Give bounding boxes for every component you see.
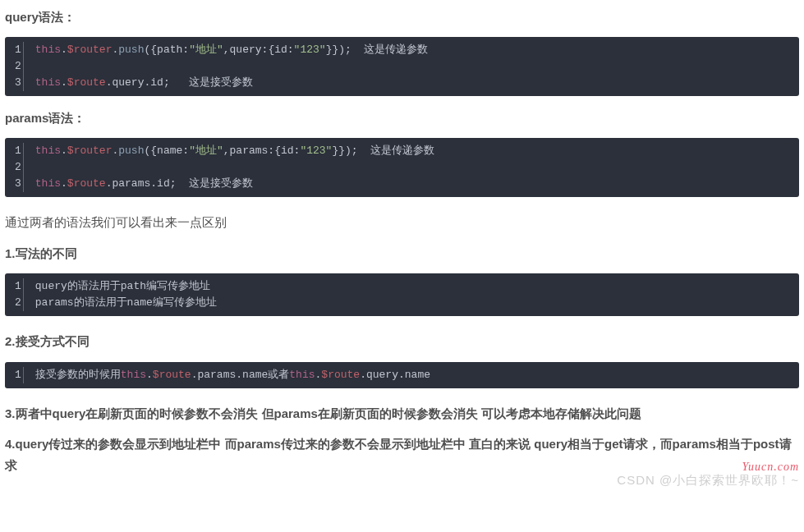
code-gutter: 1 2 [5, 273, 32, 316]
code-block-writing: 1 2 query的语法用于path编写传参地址params的语法用于name编… [5, 273, 799, 316]
heading-4: 4.query传过来的参数会显示到地址栏中 而params传过来的参数不会显示到… [5, 433, 799, 475]
line-number: 2 [13, 159, 24, 176]
code-body: query的语法用于path编写传参地址params的语法用于name编写传参地… [32, 273, 799, 316]
line-number: 1 [13, 278, 24, 295]
watermark-csdn: CSDN @小白探索世界欧耶！~ [617, 473, 799, 488]
line-number: 1 [13, 367, 24, 383]
watermark-site: Yuucn.com [742, 461, 799, 474]
line-number: 3 [13, 75, 24, 91]
code-gutter: 1 [5, 362, 32, 388]
line-number: 2 [13, 58, 24, 75]
code-block-receive: 1 接受参数的时候用this.$route.params.name或者this.… [5, 362, 799, 388]
code-gutter: 1 2 3 [5, 37, 32, 96]
code-body: this.$router.push({path:"地址",query:{id:"… [32, 37, 799, 96]
line-number: 1 [13, 143, 24, 159]
heading-1: 1.写法的不同 [5, 243, 799, 264]
heading-3: 3.两者中query在刷新页面的时候参数不会消失 但params在刷新页面的时候… [5, 403, 799, 424]
section-title-params: params语法： [5, 111, 799, 126]
paragraph-intro: 通过两者的语法我们可以看出来一点区别 [5, 212, 799, 233]
line-number: 2 [13, 295, 24, 311]
code-body: this.$router.push({name:"地址",params:{id:… [32, 138, 799, 197]
section-title-query: query语法： [5, 10, 799, 25]
line-number: 3 [13, 176, 24, 192]
code-gutter: 1 2 3 [5, 138, 32, 197]
code-body: 接受参数的时候用this.$route.params.name或者this.$r… [32, 362, 799, 388]
code-block-query: 1 2 3 this.$router.push({path:"地址",query… [5, 37, 799, 96]
heading-2: 2.接受方式不同 [5, 331, 799, 352]
line-number: 1 [13, 42, 24, 58]
code-block-params: 1 2 3 this.$router.push({name:"地址",param… [5, 138, 799, 197]
